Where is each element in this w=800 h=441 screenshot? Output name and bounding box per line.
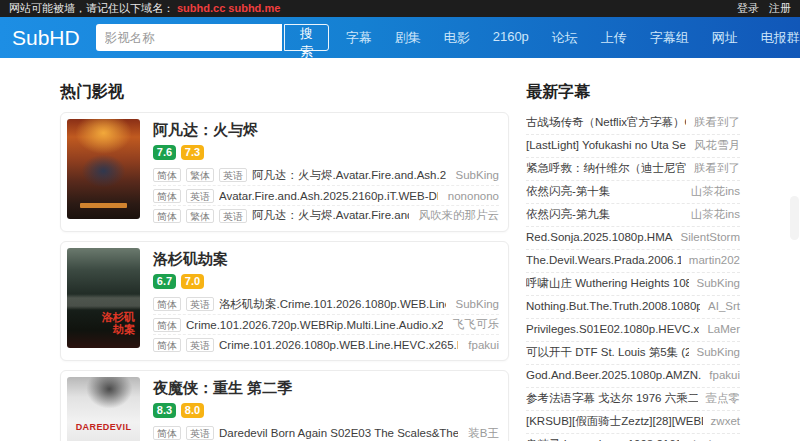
subtitle-name[interactable]: Daredevil Born Again S02E03 The Scales&T… (219, 427, 458, 439)
subtitle-name[interactable]: 参考法语字幕 戈达尔 1976 六乘二传播面面... (526, 391, 698, 406)
subtitle-uploader[interactable]: fpakui (468, 339, 499, 351)
nav-item-fansub-groups[interactable]: 字幕组 (650, 29, 689, 47)
subtitle-uploader[interactable]: piankuang (687, 437, 740, 441)
lang-tag: 简体 (153, 168, 181, 182)
subtitle-uploader[interactable]: SubKing (456, 298, 499, 310)
subtitle-uploader[interactable]: 壹点零 (706, 391, 741, 406)
subtitle-uploader[interactable]: 风吹来的那片云 (419, 208, 500, 223)
search-input[interactable] (96, 24, 283, 51)
movie-poster-crime-101[interactable]: 洛杉矶劫案 (67, 248, 140, 348)
latest-row: The.Devil.Wears.Prada.2006.1080p.BluRa..… (526, 250, 740, 273)
latest-row: [LastLight] Yofukashi no Uta Season 2 [W… (526, 135, 740, 158)
movie-poster-daredevil[interactable]: DAREDEVIL (67, 377, 140, 441)
scrollbar-thumb[interactable] (790, 196, 799, 240)
subtitle-row: 简体 繁体 英语 阿凡达：火与烬.Avatar.Fire.and.Ash.202… (153, 205, 499, 225)
latest-row: 依然闪亮-第九集 山茶花ins (526, 204, 740, 227)
subtitle-name[interactable]: [LastLight] Yofukashi no Uta Season 2 [W… (526, 138, 686, 153)
subtitle-uploader[interactable]: 风花雪月 (694, 138, 740, 153)
search-button[interactable]: 搜索 (284, 24, 328, 51)
poster-title-text: 洛杉矶劫案 (99, 311, 135, 335)
nav-item-forum[interactable]: 论坛 (552, 29, 578, 47)
subtitle-uploader[interactable]: zwxet (711, 414, 740, 429)
lang-tag: 简体 (153, 189, 181, 203)
nav-item-links[interactable]: 网址 (712, 29, 738, 47)
subtitle-name[interactable]: 洛杉矶劫案.Crime.101.2026.1080p.WEB.Line.HEVC… (219, 297, 446, 312)
auth-links: 登录 注册 (737, 0, 791, 17)
nav-menu: 字幕 剧集 电影 2160p 论坛 上传 字幕组 网址 电报群 (346, 29, 800, 47)
subtitle-name[interactable]: Red.Sonja.2025.1080p.HMAX.WEB-DL.D... (526, 230, 673, 245)
subtitle-uploader[interactable]: AI_Srt (708, 299, 740, 314)
subtitle-uploader[interactable]: fpakui (709, 368, 740, 383)
nav-item-subtitles[interactable]: 字幕 (346, 29, 372, 47)
rating-badges: 7.6 7.3 (153, 145, 499, 160)
lang-tag: 英语 (186, 338, 214, 352)
subtitle-uploader[interactable]: nononono (448, 190, 499, 202)
subtitle-name[interactable]: Avatar.Fire.and.Ash.2025.2160p.iT.WEB-DL… (219, 190, 438, 202)
lang-tag: 繁体 (186, 209, 214, 223)
nav-item-2160p[interactable]: 2160p (493, 29, 529, 47)
subtitle-name[interactable]: 依然闪亮-第九集 (526, 207, 610, 222)
subtitle-name[interactable]: [KRSUB][假面骑士Zeztz][28][WEBDL][AM... (526, 414, 703, 429)
movie-title[interactable]: 洛杉矶劫案 (153, 250, 499, 269)
movie-card-body: 夜魔侠：重生 第二季 8.3 8.0 简体 英语 Daredevil Born … (153, 377, 502, 441)
movie-title[interactable]: 阿凡达：火与烬 (153, 121, 499, 140)
rating-badges: 6.7 7.0 (153, 274, 499, 289)
subtitle-name[interactable]: 阿凡达：火与烬.Avatar.Fire.and.Ash.2025.1080p..… (252, 208, 409, 223)
subtitle-name[interactable]: 依然闪亮-第十集 (526, 184, 610, 199)
subtitle-name[interactable]: 呼啸山庄 Wuthering Heights 1080p (2026) (526, 276, 689, 291)
movie-card-body: 阿凡达：火与烬 7.6 7.3 简体 繁体 英语 阿凡达：火与烬.Avatar.… (153, 119, 502, 225)
subtitle-uploader[interactable]: 山茶花ins (691, 184, 740, 199)
douban-rating-badge: 7.6 (153, 145, 176, 160)
subtitle-name[interactable]: 可以开干 DTF St. Louis 第5集 (2026) (526, 345, 689, 360)
subtitle-uploader[interactable]: SubKing (456, 169, 499, 181)
subtitle-uploader[interactable]: martin202 (689, 253, 740, 268)
subtitle-name[interactable]: Nothing.But.The.Truth.2008.1080p.BluRa..… (526, 299, 700, 314)
hot-movies-title: 热门影视 (60, 82, 509, 103)
site-logo[interactable]: SubHD (12, 26, 80, 50)
subtitle-uploader[interactable]: SubKing (697, 345, 740, 360)
subtitle-name[interactable]: 阿凡达：火与烬.Avatar.Fire.and.Ash.2025.2160p..… (252, 168, 446, 183)
main-navbar: SubHD 搜索 字幕 剧集 电影 2160p 论坛 上传 字幕组 网址 电报群 (0, 17, 800, 58)
top-notice-bar: 网站可能被墙，请记住以下域名： subhd.cc subhd.me 登录 注册 (0, 0, 800, 17)
wall-notice-text: 网站可能被墙，请记住以下域名： (9, 0, 174, 17)
nav-item-telegram[interactable]: 电报群 (761, 29, 800, 47)
subtitle-uploader[interactable]: 朕看到了 (694, 115, 740, 130)
subtitle-name[interactable]: 鬼精灵.Leprechaun.1993.2160p.USA.UHD... (526, 437, 679, 441)
latest-row: 呼啸山庄 Wuthering Heights 1080p (2026) SubK… (526, 273, 740, 296)
lang-tag: 英语 (219, 209, 247, 223)
subtitle-name[interactable]: Crime.101.2026.1080p.WEB.Line.HEVC.x265.… (219, 339, 458, 351)
movie-poster-avatar[interactable] (67, 119, 140, 219)
nav-item-movies[interactable]: 电影 (444, 29, 470, 47)
subtitle-uploader[interactable]: 装B王 (468, 426, 499, 441)
subtitle-uploader[interactable]: 山茶花ins (691, 207, 740, 222)
latest-row: [KRSUB][假面骑士Zeztz][28][WEBDL][AM... zwxe… (526, 411, 740, 434)
subtitle-name[interactable]: The.Devil.Wears.Prada.2006.1080p.BluRa..… (526, 253, 681, 268)
lang-tag: 英语 (186, 426, 214, 440)
movie-card-daredevil: DAREDEVIL 夜魔侠：重生 第二季 8.3 8.0 简体 英语 Dared… (60, 370, 509, 441)
lang-tag: 英语 (219, 168, 247, 182)
nav-item-series[interactable]: 剧集 (395, 29, 421, 47)
login-link[interactable]: 登录 (737, 0, 759, 17)
subtitle-name[interactable]: 古战场传奇（Netflix官方字幕）Outlander.... (526, 115, 686, 130)
movie-card-crime-101: 洛杉矶劫案 洛杉矶劫案 6.7 7.0 简体 英语 洛杉矶劫案.Crime.10… (60, 241, 509, 361)
search-bar: 搜索 (96, 24, 329, 51)
nav-item-upload[interactable]: 上传 (601, 29, 627, 47)
subtitle-uploader[interactable]: 朕看到了 (694, 161, 740, 176)
subtitle-uploader[interactable]: SubKing (697, 276, 740, 291)
subtitle-uploader[interactable]: LaMer (707, 322, 740, 337)
subtitle-row: 简体 Crime.101.2026.720p.WEBRip.Multi.Line… (153, 314, 499, 334)
subtitle-uploader[interactable]: 飞飞可乐 (453, 317, 499, 332)
subtitle-row: 简体 英语 洛杉矶劫案.Crime.101.2026.1080p.WEB.Lin… (153, 294, 499, 314)
latest-subtitles-column: 最新字幕 古战场传奇（Netflix官方字幕）Outlander.... 朕看到… (526, 58, 740, 441)
movie-title[interactable]: 夜魔侠：重生 第二季 (153, 379, 499, 398)
main-content: 热门影视 阿凡达：火与烬 7.6 7.3 简体 繁体 英语 阿凡达：火与烬.Av… (0, 58, 800, 441)
subtitle-name[interactable]: Privileges.S01E02.1080p.HEVC.x265-Me... (526, 322, 699, 337)
subtitle-uploader[interactable]: SilentStorm (681, 230, 740, 245)
subtitle-name[interactable]: 紧急呼救：纳什维尔（迪士尼官方字幕）9-... (526, 161, 686, 176)
lang-tag: 简体 (153, 426, 181, 440)
subtitle-name[interactable]: Crime.101.2026.720p.WEBRip.Multi.Line.Au… (186, 319, 443, 331)
latest-row: Nothing.But.The.Truth.2008.1080p.BluRa..… (526, 296, 740, 319)
subtitle-name[interactable]: God.And.Beer.2025.1080p.AMZN.WEB.D... (526, 368, 701, 383)
register-link[interactable]: 注册 (769, 0, 791, 17)
latest-row: 可以开干 DTF St. Louis 第5集 (2026) SubKing (526, 342, 740, 365)
